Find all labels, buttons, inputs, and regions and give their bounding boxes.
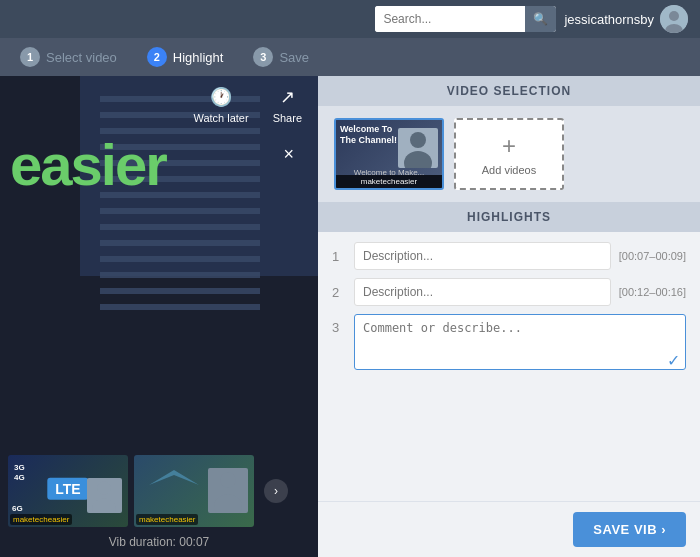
- video-thumb-title: Welcome To The Channel!: [340, 124, 397, 146]
- thumb-inner: Welcome To The Channel!: [336, 120, 442, 175]
- username-label: jessicathornsby: [564, 12, 654, 27]
- highlight-time-1: [00:07–00:09]: [619, 250, 686, 262]
- highlight-input-2[interactable]: [354, 278, 611, 306]
- step-2-label: Highlight: [173, 50, 224, 65]
- thumbnail-strip: 3G 4G LTE 6G maketecheasier: [0, 455, 318, 527]
- svg-rect-14: [100, 240, 260, 246]
- share-label: Share: [273, 112, 302, 124]
- watch-later-icon: 🕐: [210, 86, 232, 108]
- close-button[interactable]: ×: [283, 144, 294, 165]
- right-panel: VIDEO SELECTION Welcome To The Channel! …: [318, 76, 700, 557]
- thumb-next-button[interactable]: ›: [264, 479, 288, 503]
- save-vib-button[interactable]: SAVE VIB ›: [573, 512, 686, 547]
- thumb-brand-1: maketecheasier: [10, 514, 72, 525]
- person-thumbnail-1: [87, 478, 122, 513]
- video-selection-header: VIDEO SELECTION: [318, 76, 700, 106]
- highlight-textarea-3[interactable]: [354, 314, 686, 370]
- avatar: [660, 5, 688, 33]
- highlight-num-2: 2: [332, 285, 346, 300]
- video-background: easier 🕐 Watch later ↗ Share ×: [0, 76, 318, 557]
- highlight-row-2: 2 [00:12–00:16]: [332, 278, 686, 306]
- selected-video-thumb[interactable]: Welcome To The Channel! maketecheasier W…: [334, 118, 444, 190]
- step-3-num: 3: [253, 47, 273, 67]
- user-info: jessicathornsby: [564, 5, 688, 33]
- thumb-brand-2: maketecheasier: [136, 514, 198, 525]
- svg-point-21: [220, 472, 236, 488]
- highlight-row-3: 3 ✓: [332, 314, 686, 374]
- thumbnail-1[interactable]: 3G 4G LTE 6G maketecheasier: [8, 455, 128, 527]
- svg-point-19: [97, 481, 111, 495]
- svg-point-1: [669, 11, 679, 21]
- video-overlay-top: 🕐 Watch later ↗ Share: [0, 76, 318, 134]
- lte-badge: LTE: [47, 478, 88, 500]
- video-panel: easier 🕐 Watch later ↗ Share ×: [0, 76, 318, 557]
- right-footer: SAVE VIB ›: [318, 501, 700, 557]
- highlights-header: HIGHLIGHTS: [318, 202, 700, 232]
- add-icon: +: [502, 132, 516, 160]
- highlight-input-1[interactable]: [354, 242, 611, 270]
- svg-rect-18: [100, 304, 260, 310]
- vib-duration: Vib duration: 00:07: [109, 535, 210, 549]
- search-button[interactable]: 🔍: [525, 6, 556, 32]
- step-1-label: Select video: [46, 50, 117, 65]
- highlight-input-wrapper-3: ✓: [354, 314, 686, 374]
- add-videos-button[interactable]: + Add videos: [454, 118, 564, 190]
- step-1-num: 1: [20, 47, 40, 67]
- svg-point-22: [214, 494, 242, 513]
- search-input[interactable]: [375, 6, 525, 32]
- highlight-time-2: [00:12–00:16]: [619, 286, 686, 298]
- video-thumb-person: [398, 128, 438, 168]
- share-icon: ↗: [280, 86, 295, 108]
- svg-rect-12: [100, 208, 260, 214]
- video-selection-area: Welcome To The Channel! maketecheasier W…: [318, 106, 700, 202]
- step-3[interactable]: 3 Save: [253, 47, 309, 67]
- thumbnail-2[interactable]: maketecheasier: [134, 455, 254, 527]
- watch-later-button[interactable]: 🕐 Watch later: [193, 86, 248, 124]
- check-icon: ✓: [667, 351, 680, 370]
- highlights-area: 1 [00:07–00:09] 2 [00:12–00:16] 3 ✓: [318, 232, 700, 501]
- step-3-label: Save: [279, 50, 309, 65]
- highlight-num-1: 1: [332, 249, 346, 264]
- step-2-num: 2: [147, 47, 167, 67]
- network-labels: 3G 4G: [14, 463, 25, 482]
- svg-rect-13: [100, 224, 260, 230]
- share-button[interactable]: ↗ Share: [273, 86, 302, 124]
- video-thumb-label: Welcome to Make...: [340, 168, 438, 177]
- svg-point-20: [92, 498, 116, 513]
- highlight-row-1: 1 [00:07–00:09]: [332, 242, 686, 270]
- step-2[interactable]: 2 Highlight: [147, 47, 224, 67]
- highlight-num-3: 3: [332, 320, 346, 335]
- svg-point-24: [404, 151, 432, 168]
- svg-point-23: [410, 132, 426, 148]
- add-videos-label: Add videos: [482, 164, 536, 176]
- svg-rect-17: [100, 288, 260, 294]
- svg-rect-16: [100, 272, 260, 278]
- svg-rect-15: [100, 256, 260, 262]
- person-thumbnail-2: [208, 468, 248, 513]
- app-header: 🔍 jessicathornsby: [0, 0, 700, 38]
- search-bar: 🔍: [375, 6, 556, 32]
- video-main-text: easier: [10, 131, 166, 198]
- main-layout: easier 🕐 Watch later ↗ Share ×: [0, 76, 700, 557]
- steps-bar: 1 Select video 2 Highlight 3 Save: [0, 38, 700, 76]
- watch-later-label: Watch later: [193, 112, 248, 124]
- step-1[interactable]: 1 Select video: [20, 47, 117, 67]
